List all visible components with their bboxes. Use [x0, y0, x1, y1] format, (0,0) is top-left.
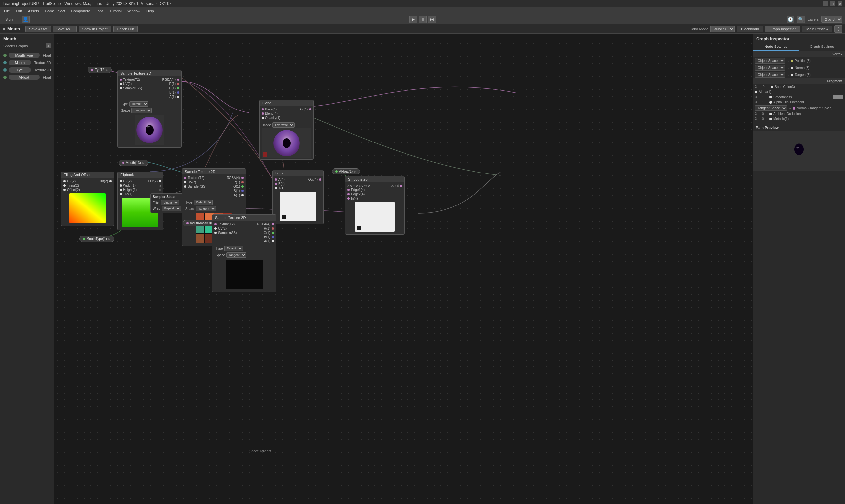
search-button[interactable]: 🔍 — [797, 16, 805, 23]
menu-window[interactable]: Window — [125, 8, 143, 14]
mouth-ref-expand[interactable]: ▶ — [142, 161, 145, 165]
menu-assets[interactable]: Assets — [25, 8, 41, 14]
node-row-a-2: A(1) — [184, 193, 244, 197]
add-shader-graph-button[interactable]: + — [46, 43, 51, 49]
fragment-row-ao: X 0 Ambient Occlusion — [753, 111, 845, 116]
play-button[interactable]: ▶ — [410, 16, 417, 23]
check-out-button[interactable]: Check Out — [113, 26, 138, 32]
blend-preview — [261, 128, 311, 158]
sampler-wrap-label: Wrap — [153, 207, 160, 211]
step-button[interactable]: ⏭ — [428, 16, 436, 23]
blend-mode-dropdown[interactable]: Overwrite — [272, 122, 295, 128]
left-panel-title: Mouth — [0, 34, 54, 42]
toolbar-right: 🕐 🔍 Layers 2 by 3 — [787, 16, 842, 23]
menu-help[interactable]: Help — [144, 8, 156, 14]
space-dropdown-2[interactable]: Tangent — [196, 206, 216, 212]
maximize-button[interactable]: □ — [830, 1, 835, 6]
node-row-uv-1: UV(2) R(1) — [120, 82, 179, 86]
mouth-ref-node[interactable]: Mouth(13) ▶ — [119, 160, 148, 166]
property-eye[interactable]: Eye Texture2D — [0, 66, 54, 74]
eye-ref-node[interactable]: EyeT2 ▶ — [87, 67, 111, 73]
vertex-os-dropdown-3[interactable]: Object Space — [755, 72, 785, 77]
sampler-filter-dropdown[interactable]: Linear — [161, 200, 179, 205]
save-as-button[interactable]: Save As... — [53, 26, 76, 32]
menu-edit[interactable]: Edit — [13, 8, 25, 14]
type-dropdown-1[interactable]: Default — [130, 101, 148, 107]
type-dropdown-2[interactable]: Default — [194, 200, 213, 205]
property-mouthtype[interactable]: MouthType Float — [0, 52, 54, 59]
port-g-out-3 — [272, 232, 274, 234]
menubar: File Edit Assets GameObject Component Jo… — [0, 7, 845, 15]
minimize-button[interactable]: ─ — [823, 1, 828, 6]
right-panel-title: Graph Inspector — [753, 34, 845, 43]
port-texture-in-3 — [214, 223, 217, 225]
flipbook-out-port — [159, 180, 161, 182]
property-mouth[interactable]: Mouth Texture2D — [0, 59, 54, 66]
afloat-ref-node[interactable]: AFloat(1) ▶ — [332, 168, 360, 175]
frag-alpha-label: Alpha(1) — [759, 90, 843, 94]
more-options-button[interactable]: ⋮ — [834, 25, 842, 33]
node-row-texture-1: Texture(T2) RGBA(4) — [120, 77, 179, 82]
sample-texture-2d-node-1[interactable]: Sample Texture 2D Texture(T2) RGBA(4) UV… — [117, 70, 182, 148]
fragment-row-alpha: Alpha(1) — [753, 89, 845, 94]
right-panel-tabs: Node Settings Graph Settings — [753, 43, 845, 51]
graph-settings-tab[interactable]: Graph Settings — [799, 43, 845, 51]
canvas-area[interactable]: EyeT2 ▶ Sample Texture 2D Texture(T2) RG… — [54, 34, 753, 504]
graph-inspector-tab[interactable]: Graph Inspector — [765, 26, 800, 32]
blackboard-tab[interactable]: Blackboard — [737, 26, 763, 32]
node-settings-tab[interactable]: Node Settings — [753, 43, 799, 51]
vertex-port-1 — [791, 60, 793, 62]
tiling-out-port — [109, 180, 111, 182]
layers-dropdown[interactable]: 2 by 3 — [821, 16, 842, 23]
menu-component[interactable]: Component — [68, 8, 92, 14]
vertex-port-3 — [791, 74, 793, 76]
afloat-ref-dot — [335, 170, 338, 173]
tiling-offset-node[interactable]: Tiling And Offset UV(2) Out(2) Tiling(2)… — [61, 172, 114, 226]
sampler-wrap-dropdown[interactable]: Repeat — [162, 206, 181, 211]
lerp-row-b: B(4) — [275, 182, 321, 186]
pause-button[interactable]: ⏸ — [419, 16, 427, 23]
tangent-space-dropdown[interactable]: Tangent Space — [755, 105, 787, 111]
smoothstep-title-label: Smoothstep — [348, 178, 367, 181]
space-dropdown-1[interactable]: Tangent — [132, 108, 152, 113]
show-in-project-button[interactable]: Show In Project — [79, 26, 111, 32]
menu-gameobject[interactable]: GameObject — [42, 8, 68, 14]
node-row-b-3: B(1) — [214, 235, 274, 239]
main-preview-tab[interactable]: Main Preview — [802, 26, 832, 32]
vertex-os-dropdown-1[interactable]: Object Space — [755, 58, 785, 64]
close-button[interactable]: ✕ — [838, 1, 842, 6]
color-mode-dropdown[interactable]: <None> — [710, 26, 735, 32]
menu-tutorial[interactable]: Tutorial — [107, 8, 124, 14]
blend-row-opacity: Opacity(1) — [261, 116, 311, 120]
menu-file[interactable]: File — [1, 8, 13, 14]
afloat-ref-expand[interactable]: ▶ — [354, 170, 356, 173]
space-tangent-label: Space Tangent — [249, 449, 272, 453]
flipbook-uv-port — [120, 180, 122, 182]
sampler-state-node[interactable]: Sampler State Filter Linear Wrap Repeat — [150, 193, 183, 213]
history-button[interactable]: 🕐 — [787, 16, 794, 23]
eye-label: Eye — [8, 67, 31, 73]
eye-ref-expand[interactable]: ▶ — [106, 68, 108, 72]
header-row: ◆ Mouth Save Asset Save As... Show In Pr… — [0, 24, 845, 34]
blend-node[interactable]: Blend Base(4) Out(4) Blend(4) Opacity(1)… — [259, 100, 314, 160]
blend-base-port — [261, 108, 264, 110]
sign-in-button[interactable]: Sign in — [3, 17, 19, 22]
menu-jobs[interactable]: Jobs — [93, 8, 106, 14]
smoothstep-node[interactable]: Smoothstep X0 Y0 Z0 W0 Out(4) Edge1(4) E… — [345, 176, 404, 235]
mouthtype-ref-node[interactable]: MouthType(1) ▶ — [79, 236, 114, 242]
mouthtype-ref-expand[interactable]: ▶ — [108, 237, 110, 241]
space-dropdown-3[interactable]: Tangent — [226, 252, 246, 258]
lerp-b-port — [275, 183, 277, 185]
lerp-node[interactable]: Lerp A(4) Out(4) B(4) T(1) — [272, 170, 324, 224]
sample-texture-2d-node-3[interactable]: Sample Texture 2D Texture(T2) RGBA(4) UV… — [212, 214, 276, 292]
vertex-os-dropdown-2[interactable]: Object Space — [755, 65, 785, 71]
type-row-1: Type Default — [120, 101, 179, 107]
port-b-out — [177, 91, 179, 94]
eye-type: Texture2D — [34, 68, 51, 72]
node-row-sampler-3: Sampler(SS) G(1) — [214, 231, 274, 235]
blend-row-base: Base(4) Out(4) — [261, 107, 311, 111]
account-button[interactable]: 👤 — [22, 16, 30, 23]
property-afloat[interactable]: AFloat Float — [0, 74, 54, 81]
save-asset-button[interactable]: Save Asset — [25, 26, 51, 32]
type-dropdown-3[interactable]: Default — [224, 246, 243, 251]
